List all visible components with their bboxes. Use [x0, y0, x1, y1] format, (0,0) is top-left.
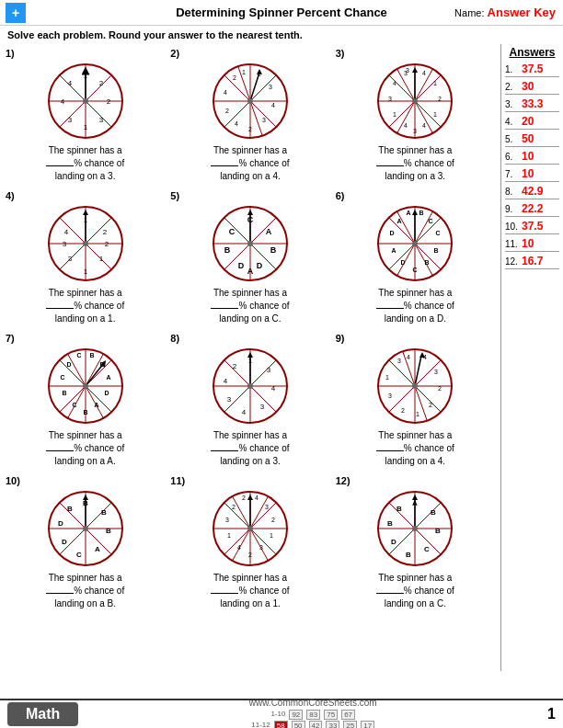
answer-item-11: 11. 10	[505, 237, 559, 252]
svg-text:3: 3	[269, 84, 272, 90]
spinner-5: C A B D D B C A	[209, 202, 292, 285]
svg-text:2: 2	[233, 74, 236, 81]
footer-url-text: www.CommonCoreSheets.com	[78, 698, 547, 708]
problem-grid: 1) 1 2 2 3 1 3	[4, 46, 497, 612]
answer-item-2: 2. 30	[505, 80, 559, 95]
score-83: 83	[306, 710, 320, 720]
svg-text:3: 3	[67, 255, 72, 263]
svg-text:2: 2	[401, 407, 405, 414]
problem-11-text: The spinner has a % chance of landing on…	[211, 572, 289, 610]
svg-text:4: 4	[242, 408, 247, 416]
score-17: 17	[361, 721, 374, 728]
answer-item-1: 1. 37.5	[505, 63, 559, 77]
svg-text:C: C	[76, 551, 82, 559]
svg-text:2: 2	[429, 402, 432, 408]
svg-text:B: B	[83, 409, 87, 415]
svg-point-55	[412, 98, 418, 104]
svg-text:4: 4	[407, 354, 410, 360]
score-50: 50	[292, 721, 305, 728]
problem-11-number: 11)	[170, 475, 185, 486]
answer-val-6: 10	[522, 150, 534, 163]
svg-text:3: 3	[434, 369, 438, 375]
spinner-2: 1 2 3 4 3 2 4 2 4 2	[209, 60, 292, 142]
problem-6: 6) A B C C B B	[334, 188, 497, 327]
score-75: 75	[324, 710, 338, 720]
answer-num-9: 9.	[505, 204, 522, 214]
problem-6-text: The spinner has a % chance of landing on…	[376, 287, 454, 325]
svg-text:2: 2	[98, 79, 103, 87]
svg-text:1: 1	[270, 532, 273, 539]
svg-text:3: 3	[388, 96, 392, 102]
svg-text:4: 4	[271, 384, 276, 392]
svg-text:2: 2	[102, 228, 107, 236]
problem-8-text: The spinner has a % chance of landing on…	[211, 429, 289, 468]
svg-text:A: A	[94, 402, 98, 408]
svg-text:C: C	[429, 218, 433, 224]
answer-val-2: 30	[522, 80, 534, 93]
problem-3: 3) 3 4 1 2 1 4	[334, 46, 497, 185]
svg-point-164	[412, 383, 418, 389]
svg-text:3: 3	[265, 504, 269, 510]
instructions: Solve each problem. Round your answer to…	[0, 26, 563, 44]
name-label: Name:	[454, 7, 484, 18]
score-25: 25	[343, 721, 357, 728]
svg-text:D: D	[401, 259, 406, 266]
answer-num-5: 5.	[505, 134, 522, 144]
svg-text:4: 4	[60, 97, 64, 106]
score-range-2: 11-12	[251, 721, 270, 728]
svg-text:D: D	[257, 261, 263, 270]
answer-item-10: 10. 37.5	[505, 220, 559, 234]
svg-text:4: 4	[393, 80, 396, 86]
svg-text:D: D	[390, 230, 395, 236]
svg-text:B: B	[106, 527, 111, 535]
svg-text:3: 3	[227, 395, 232, 404]
problem-5-text: The spinner has a % chance of landing on…	[211, 287, 289, 325]
svg-text:C: C	[76, 352, 81, 358]
score-range-1: 1-10	[270, 710, 285, 720]
svg-text:A: A	[397, 218, 402, 224]
svg-text:2: 2	[438, 96, 442, 102]
answer-val-4: 20	[522, 115, 534, 128]
problem-10-number: 10)	[6, 475, 20, 486]
svg-text:4: 4	[255, 495, 259, 501]
page-title: Determining Spinner Percent Chance	[176, 6, 387, 19]
score-33: 33	[326, 721, 339, 728]
svg-text:3: 3	[397, 358, 401, 364]
svg-text:B: B	[67, 505, 73, 513]
problem-1-number: 1)	[6, 48, 15, 59]
svg-text:D: D	[104, 390, 109, 396]
svg-text:1: 1	[433, 80, 437, 86]
problem-7-number: 7)	[6, 333, 15, 344]
svg-text:1: 1	[242, 69, 246, 75]
svg-point-14	[83, 98, 88, 104]
answer-num-4: 4.	[505, 117, 522, 127]
answer-num-7: 7.	[505, 169, 522, 179]
problem-6-number: 6)	[336, 190, 345, 201]
svg-text:D: D	[66, 361, 71, 368]
svg-point-33	[247, 98, 253, 104]
svg-text:3: 3	[98, 116, 103, 124]
svg-text:1: 1	[98, 255, 103, 263]
problem-2-text: The spinner has a % chance of landing on…	[211, 144, 289, 183]
footer-url: www.CommonCoreSheets.com 1-10 92 83 75 6…	[78, 698, 547, 728]
answer-num-8: 8.	[505, 187, 522, 197]
svg-text:D: D	[238, 261, 245, 270]
svg-text:3: 3	[267, 366, 271, 374]
answer-num-1: 1.	[505, 64, 522, 74]
problem-5-number: 5)	[170, 190, 179, 201]
problem-4: 4) 1 2 1 3 4 1 2 3	[4, 188, 167, 327]
svg-text:1: 1	[393, 111, 396, 118]
problem-7: 7) C B B A D A	[4, 331, 167, 470]
spinner-6: A B C C B B C D A D A	[373, 202, 456, 285]
svg-text:A: A	[407, 210, 411, 216]
answer-key-label: Answer Key	[488, 6, 556, 19]
svg-text:D: D	[62, 538, 67, 546]
problem-1-text: The spinner has a % chance of landing on…	[46, 144, 124, 183]
problem-12-text: The spinner has a % chance of landing on…	[376, 572, 454, 610]
svg-text:4: 4	[422, 122, 426, 129]
logo-symbol: +	[12, 6, 19, 20]
answer-num-12: 12.	[505, 256, 522, 267]
svg-text:3: 3	[259, 544, 263, 551]
svg-text:C: C	[413, 267, 418, 273]
answer-val-3: 33.3	[522, 97, 543, 110]
